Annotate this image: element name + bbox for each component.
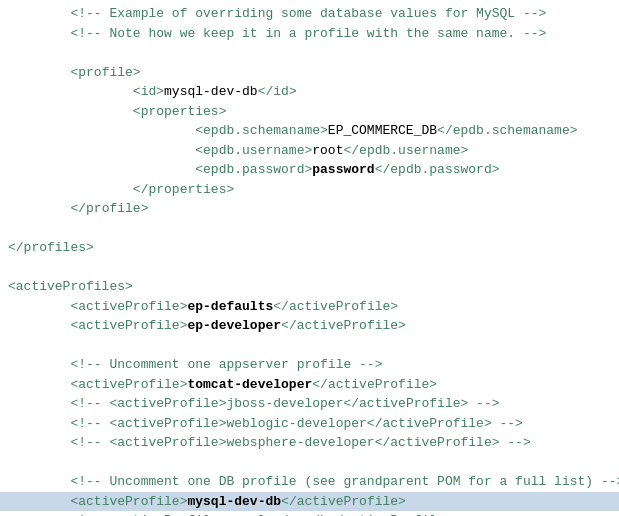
code-line: <!-- Uncomment one appserver profile --> [0, 355, 619, 375]
code-token: <activeProfile> [8, 297, 187, 317]
code-token: </profiles> [8, 238, 94, 258]
code-token: </profile> [8, 199, 148, 219]
code-token: <properties> [8, 102, 226, 122]
code-line: <!-- <activeProfile>oracle-dev-db</activ… [0, 511, 619, 516]
code-token: tomcat-developer [187, 375, 312, 395]
code-line: <epdb.schemaname>EP_COMMERCE_DB</epdb.sc… [0, 121, 619, 141]
code-line: <profile> [0, 63, 619, 83]
code-token: <!-- Uncomment one DB profile (see grand… [8, 472, 619, 492]
code-line: <activeProfile>tomcat-developer</activeP… [0, 375, 619, 395]
code-token: <epdb.username> [8, 141, 312, 161]
code-token: root [312, 141, 343, 161]
code-token: <!-- Uncomment one appserver profile --> [8, 355, 382, 375]
code-line: <!-- <activeProfile>jboss-developer</act… [0, 394, 619, 414]
code-token: <!-- <activeProfile>jboss-developer</act… [8, 394, 500, 414]
code-token: <activeProfile> [8, 492, 187, 512]
code-line: <epdb.username>root</epdb.username> [0, 141, 619, 161]
code-token: </id> [258, 82, 297, 102]
code-token: <activeProfile> [8, 316, 187, 336]
code-token: </epdb.password> [375, 160, 500, 180]
code-line: <id>mysql-dev-db</id> [0, 82, 619, 102]
code-line: <!-- <activeProfile>weblogic-developer</… [0, 414, 619, 434]
code-token: </activeProfile> [281, 316, 406, 336]
code-token: ep-developer [187, 316, 281, 336]
code-token: password [312, 160, 374, 180]
code-line [0, 43, 619, 63]
code-line: </profiles> [0, 238, 619, 258]
code-line: <activeProfile>mysql-dev-db</activeProfi… [0, 492, 619, 512]
code-token: ep-defaults [187, 297, 273, 317]
code-token: <!-- <activeProfile>oracle-dev-db</activ… [8, 511, 484, 516]
code-line [0, 453, 619, 473]
code-token: <profile> [8, 63, 141, 83]
code-line: <properties> [0, 102, 619, 122]
code-line: <activeProfile>ep-developer</activeProfi… [0, 316, 619, 336]
code-token: <epdb.password> [8, 160, 312, 180]
code-token: </activeProfile> [281, 492, 406, 512]
code-line: <!-- Note how we keep it in a profile wi… [0, 24, 619, 44]
code-line [0, 258, 619, 278]
code-line: </properties> [0, 180, 619, 200]
code-line: <activeProfiles> [0, 277, 619, 297]
code-token: <activeProfiles> [8, 277, 133, 297]
code-token: <!-- Note how we keep it in a profile wi… [8, 24, 546, 44]
code-token: <activeProfile> [8, 375, 187, 395]
code-token: <!-- <activeProfile>websphere-developer<… [8, 433, 531, 453]
code-line: <epdb.password>password</epdb.password> [0, 160, 619, 180]
code-line: <activeProfile>ep-defaults</activeProfil… [0, 297, 619, 317]
code-token: <epdb.schemaname> [8, 121, 328, 141]
code-token: </properties> [8, 180, 234, 200]
code-line: <!-- Uncomment one DB profile (see grand… [0, 472, 619, 492]
code-token: </epdb.username> [343, 141, 468, 161]
code-line [0, 219, 619, 239]
code-token: EP_COMMERCE_DB [328, 121, 437, 141]
code-token: </epdb.schemaname> [437, 121, 577, 141]
code-token: <!-- Example of overriding some database… [8, 4, 546, 24]
code-token: </activeProfile> [273, 297, 398, 317]
code-token: <!-- <activeProfile>weblogic-developer</… [8, 414, 523, 434]
code-token: <id> [8, 82, 164, 102]
code-editor: <!-- Example of overriding some database… [0, 0, 619, 516]
code-token: mysql-dev-db [164, 82, 258, 102]
code-line: <!-- Example of overriding some database… [0, 4, 619, 24]
code-line [0, 336, 619, 356]
code-token: mysql-dev-db [187, 492, 281, 512]
code-line: </profile> [0, 199, 619, 219]
code-line: <!-- <activeProfile>websphere-developer<… [0, 433, 619, 453]
code-token: </activeProfile> [312, 375, 437, 395]
